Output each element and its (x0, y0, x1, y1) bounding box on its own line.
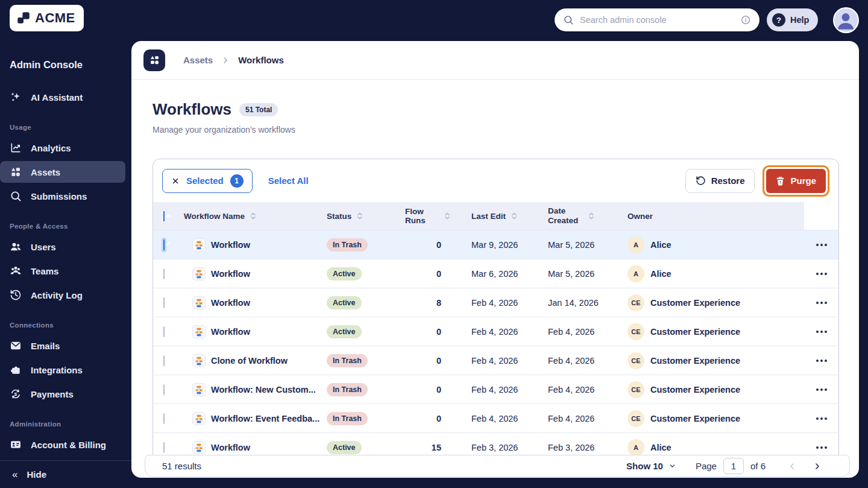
table-row[interactable]: Workflow: New Custom... In Trash 0 Feb 4… (153, 375, 838, 404)
sidebar-item-users[interactable]: Users (0, 236, 125, 258)
date-created: Feb 3, 2026 (548, 443, 626, 452)
owner-name: Alice (650, 443, 671, 452)
row-actions-menu[interactable] (815, 327, 828, 337)
row-checkbox[interactable] (163, 239, 165, 250)
sidebar: Admin Console AI Assistant Usage Analyti… (0, 41, 131, 488)
next-page-button[interactable] (813, 461, 822, 471)
hide-label: Hide (27, 469, 46, 480)
previous-page-button[interactable] (787, 461, 797, 471)
row-checkbox[interactable] (163, 413, 165, 424)
sidebar-item-submissions[interactable]: Submissions (0, 185, 125, 207)
row-checkbox[interactable] (163, 442, 165, 453)
sidebar-item-assets[interactable]: Assets (0, 161, 125, 183)
select-all-link[interactable]: Select All (268, 176, 309, 186)
hide-sidebar-button[interactable]: « Hide (0, 460, 131, 488)
mail-icon (10, 340, 22, 352)
date-created: Feb 4, 2026 (548, 327, 626, 337)
sidebar-item-activity-log[interactable]: Activity Log (0, 284, 125, 306)
sort-icon[interactable] (356, 212, 364, 220)
sidebar-section-usage: Usage (10, 124, 131, 131)
owner-avatar: CE (627, 410, 644, 427)
row-checkbox[interactable] (163, 384, 165, 395)
row-actions-menu[interactable] (815, 240, 828, 250)
column-header-flow-runs: Flow Runs (405, 207, 439, 225)
row-actions-menu[interactable] (815, 356, 828, 366)
sidebar-section-connections: Connections (10, 322, 131, 329)
row-actions-menu[interactable] (815, 385, 828, 395)
puzzle-icon (10, 364, 22, 376)
sparkles-icon (10, 91, 22, 103)
table-toolbar: Selected 1 Select All Restore ! (153, 159, 838, 202)
workflow-file-icon (192, 267, 206, 280)
table-row[interactable]: Clone of Workflow In Trash 0 Feb 4, 2026… (153, 346, 838, 375)
sidebar-item-integrations[interactable]: Integrations (0, 359, 125, 381)
row-checkbox[interactable] (163, 355, 165, 366)
workflow-file-icon (192, 296, 206, 309)
owner-name: Customer Experience (650, 356, 740, 366)
page-number-input[interactable] (723, 458, 744, 474)
close-icon[interactable] (171, 177, 180, 185)
row-actions-menu[interactable] (815, 269, 828, 279)
sort-icon[interactable] (443, 212, 451, 220)
status-badge: Active (327, 441, 362, 454)
payments-icon: $ (10, 388, 22, 400)
row-actions-menu[interactable] (815, 414, 828, 423)
flow-runs-value: 0 (405, 414, 471, 423)
workflow-file-icon (192, 441, 206, 454)
table-row[interactable]: Workflow Active 0 Feb 4, 2026 Feb 4, 202… (153, 317, 838, 346)
sidebar-item-label: Activity Log (31, 290, 83, 300)
sidebar-item-ai-assistant[interactable]: AI Assistant (0, 86, 125, 108)
info-icon[interactable] (740, 14, 751, 25)
flow-runs-value: 8 (405, 298, 471, 308)
last-edit-date: Feb 3, 2026 (471, 443, 548, 452)
breadcrumb-assets-link[interactable]: Assets (183, 55, 213, 65)
row-actions-menu[interactable] (815, 298, 828, 308)
show-per-page-select[interactable]: Show 10 (626, 461, 676, 471)
acme-logo-icon (16, 10, 31, 26)
search-input[interactable] (580, 15, 734, 25)
acme-logo[interactable]: ACME (10, 5, 84, 31)
user-avatar[interactable] (833, 7, 859, 33)
owner-avatar: CE (627, 381, 644, 398)
sort-icon[interactable] (510, 212, 518, 220)
help-button[interactable]: ? Help (767, 8, 818, 31)
sidebar-item-account-billing[interactable]: Account & Billing (0, 434, 125, 455)
selected-count-badge: 1 (230, 174, 244, 188)
page-of-label: of 6 (750, 461, 766, 471)
column-header-owner: Owner (627, 212, 653, 221)
workflows-table-card: Selected 1 Select All Restore ! (153, 159, 839, 462)
sidebar-item-analytics[interactable]: Analytics (0, 137, 125, 159)
owner-avatar: CE (627, 323, 644, 340)
table-row[interactable]: Workflow In Trash 0 Mar 9, 2026 Mar 5, 2… (153, 230, 838, 259)
row-checkbox[interactable] (163, 326, 165, 337)
acme-logo-text: ACME (35, 10, 75, 26)
breadcrumb: Assets Workflows (131, 41, 859, 80)
table-row[interactable]: Workflow Active 8 Feb 4, 2026 Jan 14, 20… (153, 288, 838, 317)
purge-button[interactable]: ! Purge (766, 169, 826, 193)
workflow-name: Workflow (211, 298, 250, 308)
search-bar (555, 8, 760, 31)
sidebar-item-label: Analytics (31, 143, 71, 153)
restore-button[interactable]: Restore (685, 169, 755, 193)
row-actions-menu[interactable] (815, 443, 828, 452)
sidebar-item-payments[interactable]: $ Payments (0, 383, 125, 405)
sort-icon[interactable] (249, 212, 257, 220)
flow-runs-value: 0 (405, 356, 471, 366)
date-created: Feb 4, 2026 (548, 356, 626, 366)
row-checkbox[interactable] (163, 268, 165, 279)
owner-name: Customer Experience (650, 385, 740, 395)
flow-runs-value: 15 (405, 443, 471, 452)
column-header-workflow-name: Workflow Name (184, 212, 245, 221)
sidebar-item-teams[interactable]: Teams (0, 260, 125, 282)
row-checkbox[interactable] (163, 297, 165, 308)
restore-icon (696, 176, 706, 186)
history-icon (10, 289, 22, 301)
table-row[interactable]: Workflow Active 0 Mar 6, 2026 Mar 5, 202… (153, 259, 838, 288)
clear-selection-button[interactable]: Selected 1 (162, 169, 253, 193)
workflow-name: Workflow (211, 327, 250, 337)
select-all-checkbox[interactable] (163, 211, 165, 221)
table-row[interactable]: Workflow: Event Feedba... In Trash 0 Feb… (153, 404, 838, 433)
sort-icon[interactable] (587, 212, 596, 220)
last-edit-date: Mar 6, 2026 (471, 269, 548, 279)
sidebar-item-emails[interactable]: Emails (0, 335, 125, 356)
